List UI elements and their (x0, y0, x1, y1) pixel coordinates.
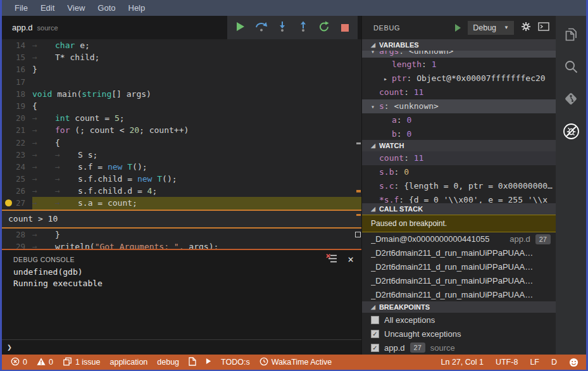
variable-row-args[interactable]: ▾args: <unknown> (362, 51, 556, 58)
code-line-23[interactable]: 23→→S s; (2, 149, 361, 161)
code-line-24[interactable]: 24→→s.f = new T(); (2, 161, 361, 173)
code-line-14[interactable]: 14→char e; (2, 39, 361, 51)
source-control-icon[interactable] (563, 91, 579, 107)
code-line-21[interactable]: 21→for (; count < 20; count++) (2, 124, 361, 136)
code-token: count = (70, 113, 114, 123)
variable-row-a[interactable]: a: 0 (362, 113, 556, 127)
section-header-breakpoints[interactable]: ◢ BREAKPOINTS (362, 301, 556, 313)
tab-appd[interactable]: app.d source (2, 16, 68, 39)
language-indicator[interactable]: D (551, 358, 557, 367)
warnings-indicator[interactable]: 0 (37, 357, 53, 368)
breakpoint-item[interactable]: All exceptions (362, 313, 556, 327)
tab-file-kind: source (37, 24, 58, 32)
code-line-20[interactable]: 20→int count = 5; (2, 112, 361, 124)
wakatime-indicator[interactable]: WakaTime Active (260, 357, 332, 368)
variable-row-s[interactable]: ▾s: <unknown> (362, 99, 556, 113)
cursor-position-indicator[interactable]: Ln 27, Col 1 (441, 358, 484, 367)
run-button[interactable] (206, 358, 211, 367)
code-line-17[interactable]: 17 (2, 76, 361, 88)
menu-item-edit[interactable]: Edit (34, 3, 61, 13)
menu-item-file[interactable]: File (8, 3, 34, 13)
section-header-call-stack[interactable]: ◢ CALL STACK (362, 203, 556, 215)
code-line-15[interactable]: 15→T* child; (2, 51, 361, 63)
open-console-icon[interactable] (538, 22, 549, 34)
feedback-smiley-icon[interactable] (569, 358, 579, 367)
code-line-26[interactable]: 26→→s.f.child.d = 4; (2, 185, 361, 197)
encoding-indicator[interactable]: UTF-8 (496, 358, 518, 367)
stack-frame[interactable]: _D2rt6dmain211_d_run_mainUiPPaPUAA… (362, 274, 556, 288)
stack-frame[interactable]: _Dmain@0x0000000000441055app.d27 (362, 232, 556, 246)
continue-button[interactable] (230, 16, 251, 39)
code-line-28[interactable]: 28→} (2, 229, 361, 241)
todos-button[interactable]: TODO:s (221, 358, 250, 367)
breakpoint-item[interactable]: ✓Uncaught exceptions (362, 327, 556, 341)
stack-frame[interactable]: _D2rt6dmain211_d_run_mainUiPPaPUAA… (362, 260, 556, 274)
debug-console-output[interactable]: undefined(gdb)Running executable (2, 267, 361, 289)
twisty-spacer (371, 86, 379, 99)
restart-icon (318, 21, 330, 35)
start-debug-icon[interactable] (455, 24, 461, 32)
issues-indicator[interactable]: 1 issue (63, 357, 101, 368)
code-line-22[interactable]: 22→{ (2, 137, 361, 149)
watch-row-*s.f[interactable]: *s.f: {d = 0 '\\x00', e = 255 '\\x (362, 193, 556, 203)
chevron-right-icon[interactable]: ▸ (384, 72, 392, 85)
code-line-19[interactable]: 19{ (2, 100, 361, 112)
stack-frame[interactable]: _D2rt6dmain211_d_run_mainUiPPaPUAA… (362, 246, 556, 260)
debug-icon[interactable] (563, 123, 580, 140)
step-into-button[interactable] (272, 16, 292, 39)
line-number: 21 (16, 125, 25, 135)
variable-row-ptr[interactable]: ▸ptr: Object@*0x00007fffffffec20 (362, 72, 556, 85)
debug-console-input[interactable]: ❯ (2, 339, 361, 355)
watch-row-s.b[interactable]: s.b: 0 (362, 165, 556, 179)
section-header-variables[interactable]: ◢ VARIABLES (362, 39, 556, 51)
code-text: { (32, 100, 361, 112)
chevron-down-icon[interactable]: ▾ (371, 51, 379, 58)
file-status-button[interactable] (189, 357, 196, 368)
variable-row-count[interactable]: count: 11 (362, 85, 556, 99)
section-header-watch[interactable]: ◢ WATCH (362, 140, 556, 151)
menu-item-view[interactable]: View (61, 3, 91, 13)
overview-ruler[interactable] (356, 39, 361, 249)
checkbox-checked-icon[interactable]: ✓ (371, 344, 379, 352)
stack-frame[interactable]: _D2rt6dmain211_d_run_mainUiPPaPUAA… (362, 288, 556, 301)
chevron-down-icon[interactable]: ▾ (371, 100, 379, 113)
files-icon[interactable] (563, 26, 579, 42)
code-line-29[interactable]: 29→writeln("Got Arguments: ", args); (2, 241, 361, 249)
line-number: 16 (16, 65, 25, 74)
menu-item-help[interactable]: Help (122, 3, 152, 13)
breakpoint-condition-editor[interactable]: count > 10 (2, 210, 361, 229)
restart-button[interactable] (313, 16, 334, 39)
step-out-button[interactable] (292, 16, 313, 39)
step-over-button[interactable] (251, 16, 272, 39)
code-editor[interactable]: 14→char e;15→T* child;16}1718void main(s… (2, 39, 361, 249)
tab-whitespace-arrow: → (32, 137, 55, 149)
code-line-27[interactable]: 27→→s.a = count; (2, 197, 361, 209)
close-icon[interactable]: × (347, 255, 354, 264)
checkbox-unchecked-icon[interactable] (371, 316, 379, 324)
code-line-25[interactable]: 25→→s.f.child = new T(); (2, 173, 361, 185)
ruler-slider[interactable] (355, 232, 361, 237)
variable-name: length (392, 60, 422, 69)
errors-indicator[interactable]: 0 (11, 357, 27, 368)
run-config-selector[interactable]: application (110, 358, 148, 367)
clear-console-icon[interactable] (326, 254, 337, 266)
stop-button[interactable] (334, 16, 355, 39)
breakpoint-item[interactable]: ✓app.d27source (362, 341, 556, 355)
issues-icon (63, 357, 72, 368)
debug-console-panel: DEBUG CONSOLE × undefined(gdb)Running ex… (2, 249, 361, 355)
watch-row-s.c[interactable]: s.c: {length = 0, ptr = 0x00000000… (362, 179, 556, 193)
tab-whitespace-arrow: → (32, 161, 55, 173)
watch-row-count[interactable]: count: 11 (362, 151, 556, 165)
variable-row-length[interactable]: length: 1 (362, 58, 556, 72)
variable-row-b[interactable]: b: 0 (362, 127, 556, 140)
code-line-16[interactable]: 16} (2, 63, 361, 75)
checkbox-checked-icon[interactable]: ✓ (371, 330, 379, 338)
breakpoint-dot[interactable] (5, 199, 12, 206)
build-mode-selector[interactable]: debug (157, 358, 179, 367)
menu-item-goto[interactable]: Goto (91, 3, 122, 13)
debug-config-dropdown[interactable]: Debug ▼ (468, 21, 514, 35)
eol-indicator[interactable]: LF (530, 358, 539, 367)
gear-icon[interactable] (521, 22, 531, 34)
search-icon[interactable] (563, 58, 579, 75)
code-line-18[interactable]: 18void main(string[] args) (2, 88, 361, 100)
